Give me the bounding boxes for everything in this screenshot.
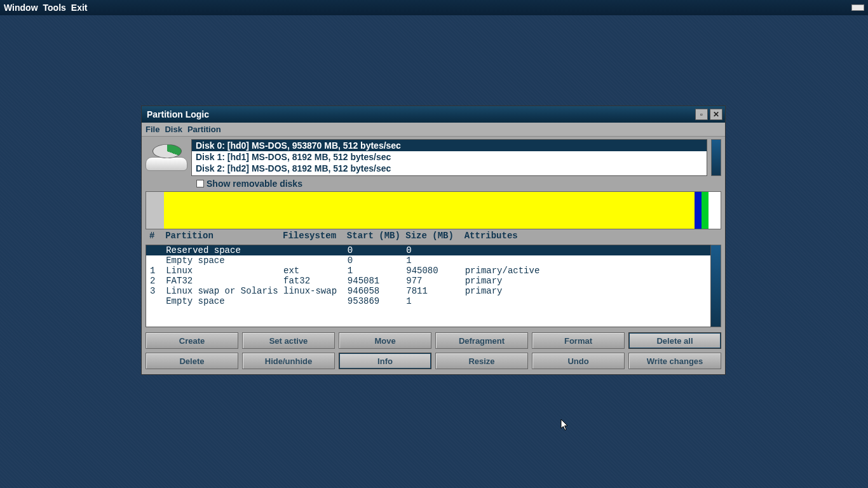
- disk-list-scrollbar[interactable]: [711, 139, 721, 176]
- move-button[interactable]: Move: [339, 332, 431, 349]
- button-grid: CreateSet activeMoveDefragmentFormatDele…: [146, 332, 721, 369]
- sysmenu-tools[interactable]: Tools: [43, 3, 66, 13]
- partition-stripe[interactable]: [146, 191, 721, 229]
- disk-list-row[interactable]: Disk 0: [hd0] MS-DOS, 953870 MB, 512 byt…: [192, 140, 707, 151]
- stripe-segment-swap[interactable]: [702, 192, 709, 229]
- show-removable-label: Show removable disks: [207, 179, 302, 189]
- mouse-cursor-icon: [560, 419, 569, 431]
- sysmenu-window[interactable]: Window: [4, 3, 38, 13]
- menu-file[interactable]: File: [146, 125, 159, 134]
- partition-table-header: # Partition Filesystem Start (MB) Size (…: [146, 231, 721, 241]
- stripe-segment-linux[interactable]: [164, 192, 695, 229]
- disk-list[interactable]: Disk 0: [hd0] MS-DOS, 953870 MB, 512 byt…: [191, 139, 707, 176]
- partition-row[interactable]: Empty space 0 1: [146, 255, 710, 266]
- window-title: Partition Logic: [147, 109, 209, 119]
- partition-row[interactable]: 1 Linux ext 1 945080 primary/active: [146, 266, 710, 276]
- partition-logic-window: Partition Logic ▫ ✕ File Disk Partition …: [141, 105, 726, 375]
- hide-unhide-button[interactable]: Hide/unhide: [242, 353, 335, 369]
- sysmenu-exit[interactable]: Exit: [71, 3, 88, 13]
- disk-icon: [146, 139, 187, 175]
- partition-row[interactable]: Reserved space 0 0: [146, 245, 710, 255]
- menu-partition[interactable]: Partition: [187, 125, 221, 134]
- resize-button[interactable]: Resize: [435, 353, 528, 369]
- partition-table[interactable]: Reserved space 0 0 Empty space 0 11 Linu…: [146, 245, 711, 327]
- delete-all-button[interactable]: Delete all: [628, 332, 721, 349]
- create-button[interactable]: Create: [146, 332, 238, 349]
- write-changes-button[interactable]: Write changes: [628, 353, 721, 369]
- tray-icon[interactable]: [851, 4, 864, 11]
- info-button[interactable]: Info: [339, 353, 431, 369]
- system-menubar: Window Tools Exit: [0, 0, 868, 15]
- window-menubar: File Disk Partition: [142, 123, 725, 137]
- show-removable-checkbox[interactable]: [196, 180, 204, 187]
- menu-disk[interactable]: Disk: [165, 125, 182, 134]
- titlebar[interactable]: Partition Logic ▫ ✕: [142, 106, 725, 123]
- stripe-segment-fat32[interactable]: [695, 192, 702, 229]
- set-active-button[interactable]: Set active: [242, 332, 335, 349]
- partition-scrollbar[interactable]: [711, 245, 721, 327]
- partition-row[interactable]: 3 Linux swap or Solaris linux-swap 94605…: [146, 286, 710, 296]
- undo-button[interactable]: Undo: [532, 353, 625, 369]
- partition-row[interactable]: Empty space 953869 1: [146, 296, 710, 306]
- stripe-segment-empty[interactable]: [709, 192, 721, 229]
- delete-button[interactable]: Delete: [146, 353, 238, 369]
- minimize-button[interactable]: ▫: [695, 109, 708, 120]
- format-button[interactable]: Format: [532, 332, 625, 349]
- partition-row[interactable]: 2 FAT32 fat32 945081 977 primary: [146, 276, 710, 286]
- close-button[interactable]: ✕: [710, 109, 722, 120]
- stripe-gutter: [146, 192, 164, 229]
- disk-list-row[interactable]: Disk 2: [hd2] MS-DOS, 8192 MB, 512 bytes…: [192, 163, 707, 174]
- defragment-button[interactable]: Defragment: [435, 332, 528, 349]
- disk-list-row[interactable]: Disk 1: [hd1] MS-DOS, 8192 MB, 512 bytes…: [192, 151, 707, 163]
